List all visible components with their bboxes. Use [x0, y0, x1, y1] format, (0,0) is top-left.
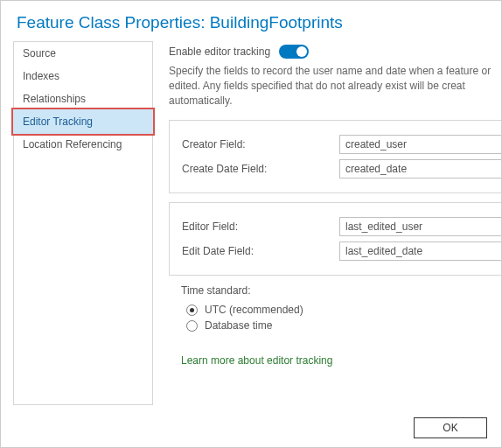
editor-field-input[interactable] [339, 217, 501, 236]
sidebar-item-relationships[interactable]: Relationships [14, 88, 152, 110]
sidebar-item-indexes[interactable]: Indexes [14, 65, 152, 88]
learn-more-link[interactable]: Learn more about editor tracking [181, 354, 332, 367]
dialog-title: Feature Class Properties: BuildingFootpr… [1, 1, 501, 41]
dialog-body: Source Indexes Relationships Editor Trac… [1, 41, 501, 405]
creator-field-row: Creator Field: [182, 135, 501, 154]
creator-field-input[interactable] [339, 135, 501, 154]
button-bar: OK [414, 417, 487, 438]
sidebar-item-editor-tracking[interactable]: Editor Tracking [13, 109, 153, 134]
create-date-field-label: Create Date Field: [182, 163, 339, 175]
sidebar-item-location-referencing[interactable]: Location Referencing [14, 133, 152, 156]
editor-field-label: Editor Field: [182, 220, 339, 233]
radio-utc[interactable] [186, 304, 198, 316]
create-date-field-row: Create Date Field: [182, 159, 501, 178]
sidebar-item-source[interactable]: Source [14, 42, 152, 65]
radio-utc-row[interactable]: UTC (recommended) [186, 304, 501, 316]
radio-database-row[interactable]: Database time [186, 319, 501, 332]
sidebar: Source Indexes Relationships Editor Trac… [13, 41, 153, 405]
description-text: Specify the fields to record the user na… [169, 64, 501, 108]
ok-button[interactable]: OK [414, 417, 487, 438]
enable-row: Enable editor tracking [169, 45, 501, 59]
edit-date-field-input[interactable] [339, 242, 501, 261]
radio-database[interactable] [186, 320, 198, 332]
create-date-field-input[interactable] [339, 159, 501, 178]
editor-field-group: Editor Field: Edit Date Field: [169, 202, 501, 276]
enable-toggle[interactable] [279, 45, 309, 59]
edit-date-field-label: Edit Date Field: [182, 245, 339, 257]
properties-dialog: Feature Class Properties: BuildingFootpr… [0, 0, 502, 448]
creator-field-label: Creator Field: [182, 138, 339, 150]
edit-date-field-row: Edit Date Field: [182, 242, 501, 261]
editor-field-row: Editor Field: [182, 217, 501, 236]
radio-database-label: Database time [205, 319, 272, 332]
radio-utc-label: UTC (recommended) [205, 304, 303, 316]
creator-field-group: Creator Field: Create Date Field: [169, 120, 501, 193]
enable-label: Enable editor tracking [169, 46, 270, 58]
content-panel: Enable editor tracking Specify the field… [169, 41, 501, 405]
time-standard-label: Time standard: [181, 284, 501, 297]
